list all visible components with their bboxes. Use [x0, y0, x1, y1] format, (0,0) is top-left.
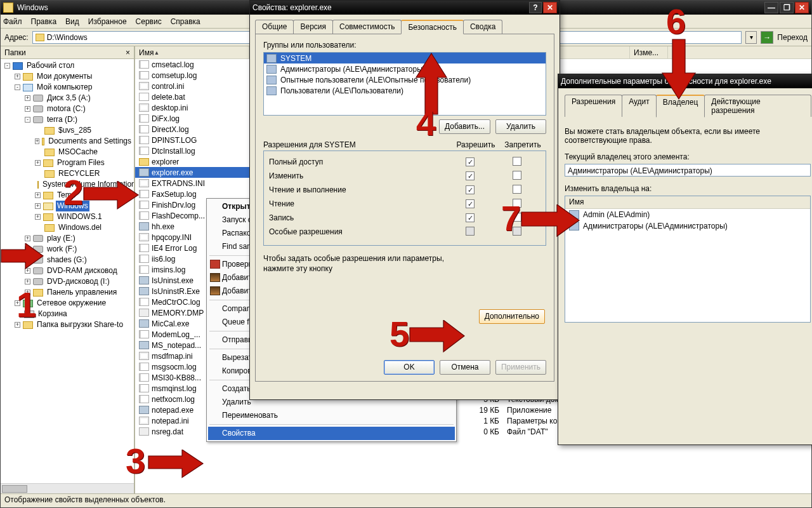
- expander-icon[interactable]: +: [35, 203, 41, 209]
- tree-node[interactable]: -Рабочий стол: [2, 60, 133, 71]
- expander-icon[interactable]: +: [15, 300, 20, 306]
- expander-icon[interactable]: +: [25, 246, 30, 252]
- adv-tab-Действующие разрешения[interactable]: Действующие разрешения: [704, 95, 811, 117]
- props-help-button[interactable]: ?: [529, 2, 542, 13]
- expander-icon[interactable]: +: [25, 95, 30, 101]
- expander-icon[interactable]: +: [25, 106, 30, 112]
- adv-tab-Владелец[interactable]: Владелец: [656, 95, 705, 117]
- expander-icon[interactable]: -: [15, 84, 20, 90]
- apply-button[interactable]: Применить: [495, 360, 546, 375]
- tree-node[interactable]: System Volume Information: [2, 179, 133, 190]
- add-button[interactable]: Добавить...: [439, 119, 490, 134]
- expander-icon[interactable]: +: [25, 290, 30, 295]
- advanced-button[interactable]: Дополнительно: [479, 309, 545, 324]
- tree-node[interactable]: +Documents and Settings: [2, 136, 133, 147]
- props-close-button[interactable]: ✕: [543, 2, 557, 13]
- owner-list-header[interactable]: Имя: [565, 196, 810, 209]
- group-row[interactable]: SYSTEM: [264, 53, 546, 64]
- tree-node[interactable]: +work (F:): [2, 244, 133, 255]
- col-name[interactable]: Имя: [135, 46, 249, 58]
- tree-node[interactable]: +Папка выгрузки Share-to: [2, 319, 133, 330]
- owner-row[interactable]: Admin (ALE\Admin): [565, 209, 810, 220]
- cancel-button[interactable]: Отмена: [440, 360, 490, 375]
- deny-checkbox[interactable]: [513, 199, 521, 208]
- adv-titlebar[interactable]: Дополнительные параметры безопасности дл…: [558, 74, 812, 88]
- groups-list[interactable]: SYSTEMАдминистраторы (ALE\Администраторы…: [263, 52, 546, 116]
- owner-row[interactable]: Администраторы (ALE\Администраторы): [565, 220, 810, 232]
- expander-icon[interactable]: +: [35, 138, 39, 144]
- tree-node[interactable]: +Windows: [2, 201, 133, 211]
- expander-icon[interactable]: +: [25, 236, 30, 241]
- allow-checkbox[interactable]: ✓: [466, 171, 475, 180]
- expander-icon[interactable]: +: [25, 257, 30, 263]
- go-button[interactable]: [761, 31, 773, 44]
- tree-node[interactable]: +motora (C:): [2, 104, 133, 114]
- ctx-item[interactable]: Свойства: [208, 427, 455, 440]
- tree-node[interactable]: RECYCLER: [2, 168, 133, 179]
- tree-node[interactable]: +Сетевое окружение: [2, 298, 133, 309]
- expander-icon[interactable]: +: [25, 279, 30, 284]
- menu-Избранное[interactable]: Избранное: [88, 17, 127, 26]
- tree-node[interactable]: +Мои документы: [2, 71, 133, 82]
- allow-checkbox[interactable]: ✓: [466, 199, 475, 208]
- owner-list[interactable]: Имя Admin (ALE\Admin)Администраторы (ALE…: [565, 196, 811, 323]
- adv-tab-Аудит[interactable]: Аудит: [622, 95, 657, 117]
- deny-checkbox[interactable]: [513, 185, 521, 194]
- tree-node[interactable]: Windows.del: [2, 222, 133, 233]
- tab-Совместимость[interactable]: Совместимость: [332, 20, 402, 34]
- tree-node[interactable]: +WINDOWS.1: [2, 211, 133, 222]
- adv-tab-Разрешения[interactable]: Разрешения: [565, 95, 622, 117]
- allow-checkbox[interactable]: [466, 227, 475, 236]
- deny-checkbox[interactable]: [513, 171, 521, 180]
- col-size[interactable]: Изме...: [630, 46, 668, 58]
- menu-Справка[interactable]: Справка: [171, 17, 200, 26]
- maximize-button[interactable]: ❐: [780, 2, 794, 13]
- deny-checkbox[interactable]: [513, 157, 521, 166]
- tree-node[interactable]: +Диск 3,5 (A:): [2, 93, 133, 104]
- minimize-button[interactable]: —: [764, 2, 778, 13]
- expander-icon[interactable]: +: [35, 160, 41, 166]
- tree-node[interactable]: $uvs_285: [2, 125, 133, 136]
- ctx-item[interactable]: Переименовать: [208, 409, 455, 422]
- menu-Файл[interactable]: Файл: [3, 17, 22, 26]
- tree-node[interactable]: +play (E:): [2, 233, 133, 244]
- props-titlebar[interactable]: Свойства: explorer.exe ? ✕: [250, 1, 560, 15]
- menu-Сервис[interactable]: Сервис: [136, 17, 162, 26]
- expander-icon[interactable]: +: [35, 192, 41, 198]
- expander-icon[interactable]: -: [25, 117, 30, 123]
- tab-Общие[interactable]: Общие: [255, 20, 294, 34]
- menu-Вид[interactable]: Вид: [65, 17, 79, 26]
- expander-icon[interactable]: +: [15, 322, 20, 328]
- tab-Сводка[interactable]: Сводка: [463, 20, 503, 34]
- expander-icon[interactable]: +: [25, 268, 30, 274]
- menu-Правка[interactable]: Правка: [31, 17, 57, 26]
- tree-node[interactable]: +Program Files: [2, 157, 133, 168]
- tree-node[interactable]: -Мой компьютер: [2, 82, 133, 93]
- ok-button[interactable]: OK: [384, 360, 435, 375]
- tree-close-icon[interactable]: ×: [126, 48, 130, 57]
- allow-checkbox[interactable]: ✓: [466, 213, 475, 222]
- tree-node[interactable]: MSOCache: [2, 147, 133, 157]
- tree-h-scrollbar[interactable]: [1, 483, 134, 493]
- tree-node[interactable]: +Temp: [2, 190, 133, 201]
- tree-node[interactable]: -terra (D:): [2, 114, 133, 125]
- tree-node[interactable]: +Панель управления: [2, 287, 133, 298]
- folder-tree[interactable]: -Рабочий стол+Мои документы-Мой компьюте…: [1, 59, 134, 493]
- tree-node[interactable]: Корзина: [2, 309, 133, 319]
- deny-checkbox[interactable]: [513, 213, 521, 222]
- close-button[interactable]: ✕: [795, 2, 809, 13]
- remove-button[interactable]: Удалить: [495, 119, 546, 134]
- tab-Версия[interactable]: Версия: [293, 20, 333, 34]
- allow-checkbox[interactable]: ✓: [466, 157, 475, 166]
- deny-checkbox[interactable]: [513, 227, 521, 236]
- tab-Безопасность[interactable]: Безопасность: [401, 20, 464, 34]
- expander-icon[interactable]: -: [4, 63, 10, 69]
- tree-node[interactable]: +shades (G:): [2, 255, 133, 265]
- allow-checkbox[interactable]: ✓: [466, 185, 475, 194]
- tree-node[interactable]: +DVD-дисковод (I:): [2, 276, 133, 287]
- group-row[interactable]: Пользователи (ALE\Пользователи): [264, 85, 546, 96]
- expander-icon[interactable]: +: [35, 214, 41, 220]
- address-dropdown[interactable]: [745, 31, 757, 44]
- tree-node[interactable]: +DVD-RAM дисковод: [2, 265, 133, 276]
- expander-icon[interactable]: +: [15, 74, 20, 79]
